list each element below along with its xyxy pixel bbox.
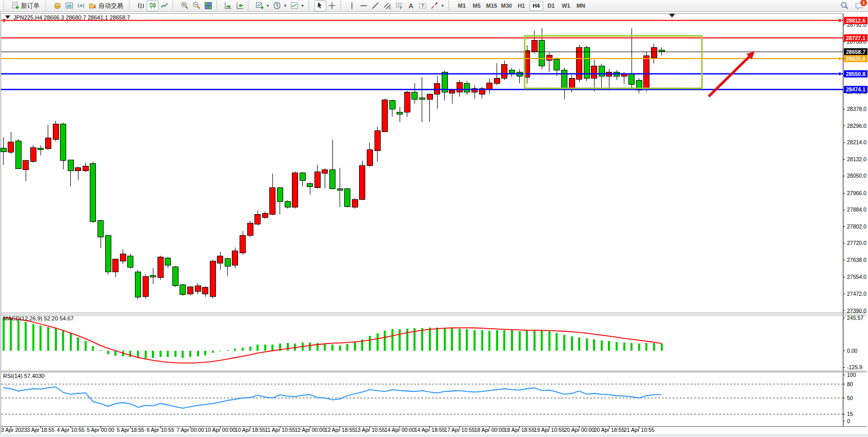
svg-text:28050.0: 28050.0	[847, 173, 866, 179]
auto-scroll-button[interactable]	[222, 1, 234, 11]
zoom-out-button[interactable]	[190, 1, 202, 11]
svg-text:28812.6: 28812.6	[846, 17, 865, 24]
svg-text:17 Apr 10:55: 17 Apr 10:55	[444, 427, 475, 433]
svg-text:28132.0: 28132.0	[847, 156, 866, 162]
period-icon	[273, 2, 281, 10]
zoom-in-button[interactable]	[179, 1, 190, 11]
candlestick-chart-button[interactable]	[147, 1, 159, 11]
svg-text:18 Apr 18:55: 18 Apr 18:55	[504, 427, 535, 433]
timeframe-h1-button[interactable]: H1	[515, 1, 528, 11]
vertical-line-button[interactable]	[346, 1, 358, 11]
line-handle[interactable]	[838, 19, 841, 22]
equidistant-channel-button[interactable]: E	[382, 1, 393, 11]
cursor-icon	[316, 2, 324, 10]
svg-text:27884.0: 27884.0	[847, 206, 866, 213]
candlestick-icon	[149, 2, 157, 10]
svg-text:3 Apr 18:55: 3 Apr 18:55	[27, 427, 55, 433]
vline-icon	[348, 2, 356, 10]
svg-text:28550.8: 28550.8	[846, 71, 865, 77]
svg-text:0.00: 0.00	[847, 348, 858, 354]
toolbar: 新订单自动交易▼▼▼EFAT▼M1M5M15M30H1H4D1W1MN1	[0, 0, 868, 12]
svg-text:27472.0: 27472.0	[847, 291, 866, 297]
line-handle[interactable]	[838, 72, 841, 75]
rsi-label: RSI(14) 57.4030	[3, 373, 45, 379]
timeframe-h4-button[interactable]: H4	[529, 1, 543, 11]
svg-text:14 Apr 18:55: 14 Apr 18:55	[415, 427, 445, 433]
notifications-button[interactable]: 1	[853, 1, 865, 11]
crosshair-button[interactable]	[326, 1, 338, 11]
new-order-button[interactable]: 新订单	[9, 1, 43, 11]
search-button[interactable]	[838, 1, 850, 11]
timeframe-mn-button[interactable]: MN	[574, 1, 588, 11]
text-label-button[interactable]: T	[417, 1, 429, 11]
svg-text:0: 0	[847, 418, 850, 424]
svg-text:7 Apr 00:00: 7 Apr 00:00	[176, 427, 204, 433]
svg-text:28658.7: 28658.7	[846, 49, 865, 55]
line-chart-icon	[161, 2, 169, 10]
horizontal-line-button[interactable]	[358, 1, 370, 11]
bar-chart-button[interactable]	[135, 1, 147, 11]
market-watch-button[interactable]	[63, 1, 75, 11]
timeframe-m15-button[interactable]: M15	[485, 1, 499, 11]
timeframe-m5-button[interactable]: M5	[470, 1, 484, 11]
svg-text:27390.0: 27390.0	[847, 308, 866, 314]
new-chart-icon	[255, 2, 264, 10]
line-handle[interactable]	[838, 57, 841, 60]
svg-text:28474.1: 28474.1	[846, 86, 865, 92]
bar-chart-icon	[137, 2, 145, 10]
svg-text:18 Apr 00:00: 18 Apr 00:00	[474, 427, 505, 433]
line-chart-button[interactable]	[159, 1, 170, 11]
svg-text:4 Apr 10:55: 4 Apr 10:55	[57, 427, 85, 433]
mt4-window: 新订单自动交易▼▼▼EFAT▼M1M5M15M30H1H4D1W1MN1 287…	[0, 0, 868, 437]
tile-windows-button[interactable]	[202, 1, 214, 11]
timeframe-m30-button[interactable]: M30	[500, 1, 514, 11]
toolbar-group-grip	[3, 1, 8, 10]
chart-window: 28792.028708.028626.028544.028462.028378…	[0, 12, 868, 437]
cursor-button[interactable]	[314, 1, 326, 11]
autotrade-icon	[89, 2, 97, 10]
svg-text:28625.6: 28625.6	[846, 55, 865, 62]
time-axis: 3 Apr 20233 Apr 18:554 Apr 10:555 Apr 00…	[1, 426, 655, 433]
text-icon: A	[407, 2, 415, 10]
text-button[interactable]: A	[405, 1, 417, 11]
macd-label: MACD(12,26,9) 52.20 54.67	[3, 315, 74, 321]
svg-text:245.57: 245.57	[847, 315, 863, 321]
periods-button[interactable]: ▼	[271, 1, 289, 11]
toolbar-group-grip	[248, 1, 252, 10]
new-chart-button[interactable]: ▼	[254, 1, 271, 11]
svg-text:19 Apr 10:55: 19 Apr 10:55	[534, 427, 565, 433]
crosshair-icon	[328, 2, 336, 10]
trendline-button[interactable]	[370, 1, 382, 11]
arrows-button[interactable]: ▼	[429, 1, 446, 11]
svg-text:10 Apr 18:55: 10 Apr 18:55	[235, 427, 266, 433]
svg-text:28727.1: 28727.1	[846, 35, 865, 41]
toolbar-group-grip	[129, 1, 133, 10]
auto-trading-button-label: 自动交易	[98, 2, 123, 10]
svg-text:E: E	[389, 6, 391, 10]
fibonacci-button[interactable]: F	[393, 1, 405, 11]
svg-text:21 Apr 10:55: 21 Apr 10:55	[624, 427, 655, 433]
toolbar-group-grip	[172, 1, 177, 10]
svg-text:27802.0: 27802.0	[847, 223, 866, 230]
tile-windows-icon	[204, 2, 212, 10]
indicators-button[interactable]: ▼	[289, 1, 306, 11]
svg-text:15: 15	[847, 411, 853, 417]
auto-trading-button[interactable]: 自动交易	[87, 1, 127, 11]
label-icon: T	[419, 2, 427, 10]
timeframe-m1-button[interactable]: M1	[455, 1, 469, 11]
svg-text:12 Apr 18:55: 12 Apr 18:55	[325, 427, 356, 433]
toolbar-group-grip	[448, 1, 453, 10]
price-chart: 28792.028708.028626.028544.028462.028378…	[0, 12, 868, 437]
signals-button[interactable]	[75, 1, 87, 11]
indicators-icon	[290, 2, 299, 10]
new-order-button-label: 新订单	[21, 2, 40, 10]
chart-shift-button[interactable]	[234, 1, 246, 11]
svg-text:6 Apr 10:55: 6 Apr 10:55	[147, 427, 174, 433]
toolbar-right: 1	[838, 1, 868, 11]
deposit-button[interactable]	[51, 1, 63, 11]
timeframe-d1-button[interactable]: D1	[544, 1, 558, 11]
svg-text:20 Apr 00:00: 20 Apr 00:00	[564, 427, 595, 433]
timeframe-w1-button[interactable]: W1	[559, 1, 573, 11]
line-handle[interactable]	[3, 19, 6, 22]
svg-text:50: 50	[847, 395, 853, 401]
